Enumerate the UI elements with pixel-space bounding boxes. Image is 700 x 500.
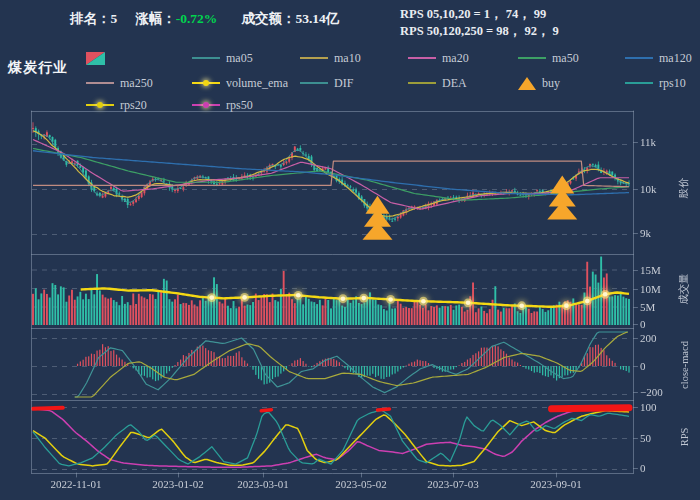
panel-ylabel: 成交量 xyxy=(677,273,691,305)
y-tick-rps-50: 50 xyxy=(640,433,651,444)
y-tick-macd-0: 0 xyxy=(640,361,646,372)
y-tick-volume-0: 0 xyxy=(640,319,646,330)
y-tick-volume-5M: 5M xyxy=(640,302,655,313)
x-tick-date: 2023-05-02 xyxy=(335,478,386,490)
panel-ylabel: 股价 xyxy=(677,178,691,199)
x-tick-date: 2023-01-02 xyxy=(152,478,203,490)
y-tick-volume-10M: 10M xyxy=(640,284,661,295)
y-tick-price-10k: 10k xyxy=(640,184,657,195)
x-tick-date: 2023-07-03 xyxy=(427,478,478,490)
x-tick-date: 2022-11-01 xyxy=(51,478,102,490)
panel-ylabel: close-macd xyxy=(679,341,690,389)
y-tick-volume-15M: 15M xyxy=(640,265,661,276)
x-tick-date: 2023-09-01 xyxy=(530,478,581,490)
coal-industry-chart-app: 排名：5涨幅：-0.72%成交额：53.14亿 RPS 05,10,20 = 1… xyxy=(0,0,700,500)
y-tick-macd-200: 200 xyxy=(640,333,657,344)
y-tick-rps-100: 100 xyxy=(640,402,657,413)
x-tick-date: 2023-03-01 xyxy=(237,478,288,490)
y-tick-price-11k: 11k xyxy=(640,137,656,148)
panel-ylabel: RPS xyxy=(679,428,690,447)
chart-canvas[interactable] xyxy=(0,0,700,500)
y-tick-price-9k: 9k xyxy=(640,228,651,239)
y-tick-macd-−200: −200 xyxy=(640,387,663,398)
y-tick-rps-0: 0 xyxy=(640,463,646,474)
